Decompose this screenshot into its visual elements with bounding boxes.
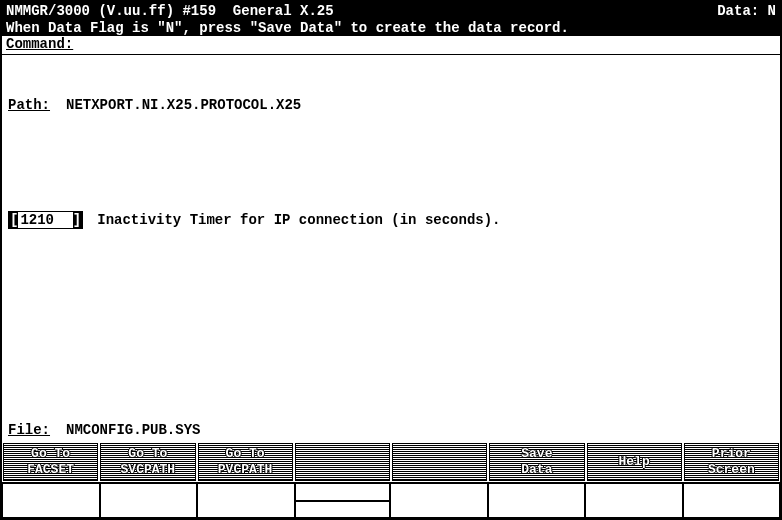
content-area: Path: NETXPORT.NI.X25.PROTOCOL.X25 [1210… bbox=[2, 55, 780, 422]
bottom-cell-8 bbox=[683, 483, 781, 518]
file-label: File: bbox=[8, 422, 50, 438]
fkey-facset[interactable]: Go ToFACSET bbox=[3, 443, 98, 481]
file-value: NMCONFIG.PUB.SYS bbox=[66, 422, 200, 438]
fkey-help[interactable]: Help bbox=[587, 443, 682, 481]
info-line: When Data Flag is "N", press "Save Data"… bbox=[2, 20, 780, 36]
bottom-cell-7 bbox=[585, 483, 683, 518]
fkey-4-blank bbox=[295, 443, 390, 481]
path-label: Path: bbox=[8, 97, 50, 113]
fkey-5-blank bbox=[392, 443, 487, 481]
fkey-save-data[interactable]: SaveData bbox=[489, 443, 584, 481]
fkey-prior-screen[interactable]: PriorScreen bbox=[684, 443, 779, 481]
bottom-center bbox=[295, 483, 391, 518]
bottom-cell-5 bbox=[390, 483, 488, 518]
path-value: NETXPORT.NI.X25.PROTOCOL.X25 bbox=[66, 97, 301, 113]
bottom-cell-1 bbox=[2, 483, 100, 518]
field-description: Inactivity Timer for IP connection (in s… bbox=[97, 212, 500, 228]
data-flag: Data: N bbox=[717, 3, 776, 19]
bottom-center-bottom bbox=[295, 501, 391, 519]
title-bar: NMMGR/3000 (V.uu.ff) #159 General X.25 D… bbox=[2, 2, 780, 20]
bottom-center-top bbox=[295, 483, 391, 501]
bottom-cell-2 bbox=[100, 483, 198, 518]
function-keys: Go ToFACSET Go ToSVCPATH Go ToPVCPATH Sa… bbox=[2, 442, 780, 482]
fkey-svcpath[interactable]: Go ToSVCPATH bbox=[100, 443, 195, 481]
field-line: [1210 ] Inactivity Timer for IP connecti… bbox=[8, 211, 774, 229]
fkey-pvcpath[interactable]: Go ToPVCPATH bbox=[198, 443, 293, 481]
inactivity-timer-input[interactable]: [1210 ] bbox=[8, 211, 83, 229]
file-line: File: NMCONFIG.PUB.SYS bbox=[2, 422, 780, 442]
command-line: Command: bbox=[2, 36, 780, 55]
path-line: Path: NETXPORT.NI.X25.PROTOCOL.X25 bbox=[8, 97, 774, 113]
bottom-row bbox=[2, 482, 780, 518]
bottom-cell-6 bbox=[488, 483, 586, 518]
title-left: NMMGR/3000 (V.uu.ff) #159 General X.25 bbox=[6, 3, 334, 19]
command-input[interactable] bbox=[73, 36, 776, 52]
bottom-cell-3 bbox=[197, 483, 295, 518]
command-label: Command: bbox=[6, 36, 73, 52]
